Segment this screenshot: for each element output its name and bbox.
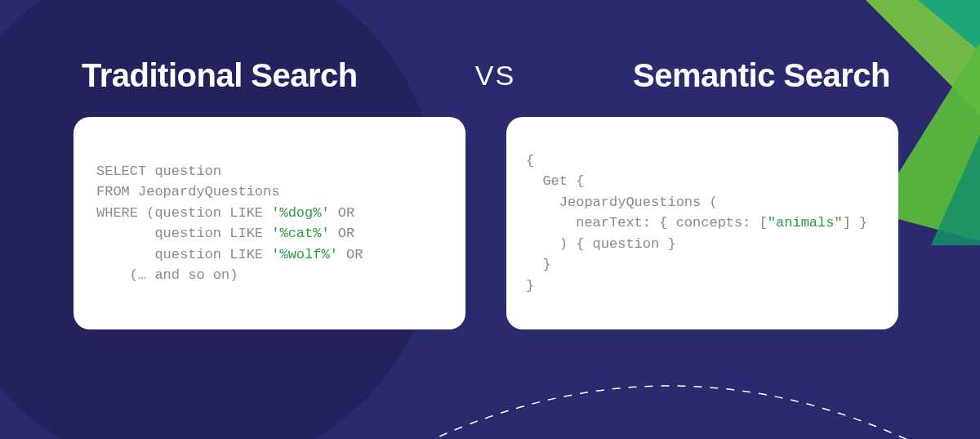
traditional-search-card: SELECT question FROM JeopardyQuestions W… [74, 117, 466, 329]
vs-label: VS [475, 60, 515, 92]
left-title: Traditional Search [82, 57, 358, 94]
semantic-search-card: { Get { JeopardyQuestions ( nearText: { … [506, 117, 898, 329]
titles-row: Traditional Search VS Semantic Search [74, 57, 898, 94]
graphql-code-block: { Get { JeopardyQuestions ( nearText: { … [526, 150, 867, 297]
sql-code-block: SELECT question FROM JeopardyQuestions W… [96, 161, 363, 286]
right-title: Semantic Search [633, 57, 890, 94]
